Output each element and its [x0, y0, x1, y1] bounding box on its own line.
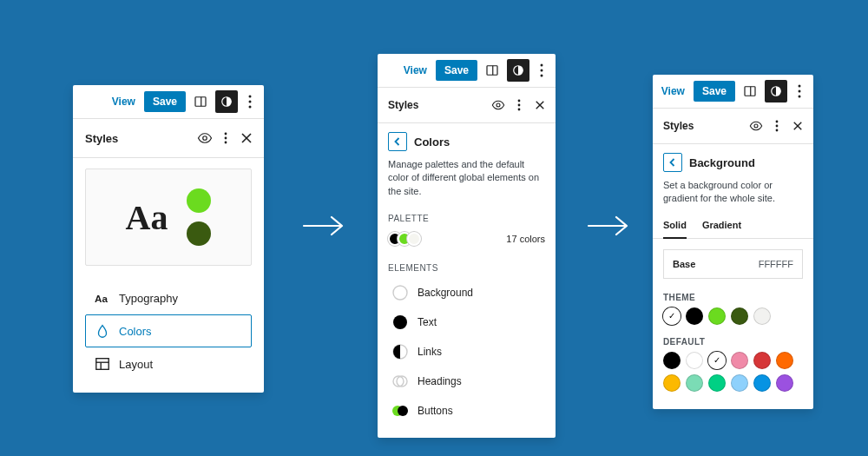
color-swatch[interactable]: [708, 374, 726, 392]
styles-nav-list: Aa Typography Colors Layout: [73, 276, 264, 393]
selected-color-readout[interactable]: Base FFFFFF: [663, 249, 803, 279]
element-label: Headings: [418, 375, 462, 387]
element-buttons[interactable]: Buttons: [388, 396, 545, 426]
base-color-label: Base: [673, 259, 695, 269]
kebab-icon[interactable]: [215, 128, 236, 149]
eye-icon[interactable]: [746, 116, 766, 136]
color-swatch[interactable]: [753, 307, 771, 325]
palette-count: 17 colors: [506, 234, 545, 244]
element-links[interactable]: Links: [388, 337, 545, 367]
sidebar-toggle-icon[interactable]: [739, 80, 761, 102]
svg-point-26: [518, 109, 521, 111]
styles-toggle-icon[interactable]: [507, 59, 529, 82]
circle-solid-icon: [391, 314, 409, 331]
theme-swatch-label: THEME: [663, 289, 803, 307]
flow-arrow-icon: [299, 208, 351, 247]
sub-description: Set a background color or gradient for t…: [653, 175, 813, 213]
palette-row[interactable]: 17 colors: [378, 228, 556, 256]
color-swatch[interactable]: [776, 374, 793, 392]
color-swatch[interactable]: [663, 307, 681, 325]
styles-panel-background: View Save Styles Background Set a backgr…: [653, 75, 813, 409]
svg-point-43: [754, 124, 758, 128]
view-button[interactable]: View: [107, 92, 141, 111]
preview-color-dots: [187, 188, 211, 246]
svg-point-8: [225, 137, 227, 140]
color-type-tabs: Solid Gradient: [653, 213, 813, 239]
svg-point-46: [776, 129, 779, 132]
styles-header: Styles: [73, 119, 264, 158]
view-button[interactable]: View: [656, 82, 690, 101]
color-swatch[interactable]: [686, 374, 703, 392]
back-button[interactable]: [388, 132, 407, 151]
layout-icon: [95, 356, 110, 372]
preview-color-primary: [187, 188, 211, 213]
element-text[interactable]: Text: [388, 307, 545, 337]
kebab-icon[interactable]: [509, 95, 529, 116]
color-swatch[interactable]: [708, 307, 726, 325]
toolbar: View Save: [73, 85, 264, 119]
eye-icon[interactable]: [194, 128, 215, 149]
tab-gradient[interactable]: Gradient: [702, 213, 741, 239]
sidebar-toggle-icon[interactable]: [189, 90, 212, 113]
drop-icon: [95, 323, 110, 339]
more-menu-icon[interactable]: [241, 95, 259, 109]
nav-colors[interactable]: Colors: [85, 314, 252, 347]
nav-item-label: Typography: [119, 292, 178, 305]
preview-typography-sample: Aa: [126, 197, 168, 238]
styles-toggle-icon[interactable]: [215, 90, 238, 113]
nav-layout[interactable]: Layout: [85, 347, 252, 380]
more-menu-icon[interactable]: [791, 84, 808, 98]
element-label: Links: [418, 346, 442, 358]
svg-point-7: [225, 133, 227, 135]
color-swatch[interactable]: [708, 352, 726, 369]
save-button[interactable]: Save: [436, 60, 477, 81]
sub-header: Colors: [378, 123, 556, 155]
svg-point-4: [249, 101, 252, 103]
color-swatch[interactable]: [731, 374, 748, 392]
styles-title: Styles: [85, 132, 194, 145]
color-swatch[interactable]: [776, 352, 793, 369]
palette-section-label: PALETTE: [378, 207, 556, 228]
tab-solid[interactable]: Solid: [663, 213, 687, 239]
sub-description: Manage palettes and the default color of…: [378, 155, 556, 207]
back-button[interactable]: [663, 153, 682, 172]
element-headings[interactable]: Headings: [388, 367, 545, 396]
close-icon[interactable]: [529, 95, 550, 116]
color-swatch[interactable]: [753, 374, 771, 392]
elements-section-label: ELEMENTS: [378, 256, 556, 278]
styles-toggle-icon[interactable]: [765, 80, 787, 102]
preview-color-secondary: [187, 221, 211, 246]
color-swatch[interactable]: [686, 352, 703, 369]
nav-typography[interactable]: Aa Typography: [85, 281, 252, 314]
element-background[interactable]: Background: [388, 278, 545, 307]
default-swatch-label: DEFAULT: [663, 334, 803, 352]
save-button[interactable]: Save: [694, 81, 735, 102]
flow-arrow-icon: [583, 208, 635, 247]
color-swatch[interactable]: [663, 352, 681, 369]
svg-point-23: [496, 103, 500, 107]
more-menu-icon[interactable]: [533, 63, 550, 77]
color-swatch[interactable]: [753, 352, 771, 369]
color-swatch[interactable]: [686, 307, 703, 325]
svg-point-45: [776, 125, 779, 128]
circle-half-icon: [391, 343, 409, 360]
svg-rect-17: [487, 66, 497, 76]
svg-point-6: [203, 136, 207, 141]
svg-point-44: [776, 121, 779, 123]
color-swatch[interactable]: [731, 352, 748, 369]
eye-icon[interactable]: [488, 95, 509, 116]
svg-point-21: [541, 69, 543, 72]
kebab-icon[interactable]: [766, 116, 787, 136]
save-button[interactable]: Save: [144, 91, 186, 112]
base-color-value: FFFFFF: [759, 259, 793, 269]
close-icon[interactable]: [236, 128, 257, 149]
color-swatch[interactable]: [731, 307, 748, 325]
svg-point-29: [393, 286, 407, 300]
color-swatch[interactable]: [663, 374, 681, 392]
sidebar-toggle-icon[interactable]: [481, 59, 503, 82]
close-icon[interactable]: [787, 116, 808, 136]
view-button[interactable]: View: [398, 61, 432, 80]
sub-header: Background: [653, 144, 813, 175]
toolbar: View Save: [653, 75, 813, 109]
styles-panel-colors: View Save Styles Colors Manage palettes …: [378, 54, 556, 438]
